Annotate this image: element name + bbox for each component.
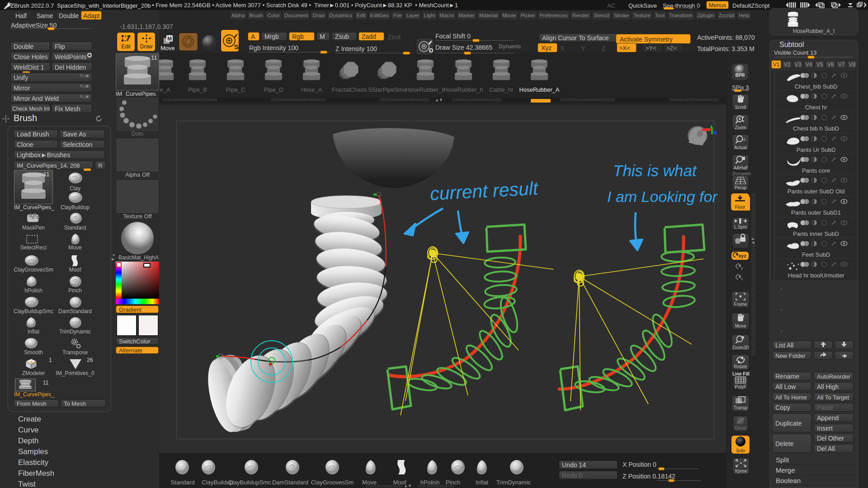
svg-text:D: D: [429, 47, 433, 54]
svg-text:M: M: [167, 36, 172, 42]
svg-text:z: z: [741, 277, 743, 281]
svg-text:current result: current result: [429, 178, 539, 204]
svg-text:xyz: xyz: [738, 253, 746, 258]
svg-text:I am Looking for: I am Looking for: [607, 188, 718, 205]
svg-text:S: S: [234, 43, 239, 51]
svg-text:This is what: This is what: [613, 162, 697, 179]
svg-text:y: y: [741, 266, 743, 270]
svg-text:BPR: BPR: [735, 73, 745, 78]
svg-text:x1: x1: [742, 137, 746, 141]
